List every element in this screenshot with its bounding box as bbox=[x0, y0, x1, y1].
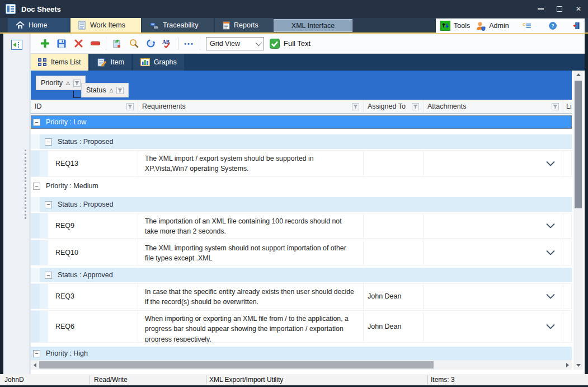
tools-button[interactable]: Tools bbox=[440, 21, 470, 31]
collapse-icon[interactable]: − bbox=[45, 272, 52, 279]
grid-rows: − Priority : Low − Status : Proposed REQ… bbox=[31, 114, 572, 360]
table-row-req3[interactable]: REQ3 In case that the specific entity al… bbox=[31, 283, 572, 309]
indent-strip bbox=[31, 150, 40, 177]
sort-ascending-icon[interactable]: △ bbox=[109, 87, 113, 93]
group-chip-connector bbox=[73, 91, 81, 98]
delete-button[interactable] bbox=[70, 36, 87, 52]
full-text-toggle[interactable]: Full Text bbox=[270, 39, 311, 49]
panel-toggle-button[interactable] bbox=[11, 40, 22, 50]
toolbar-separator bbox=[106, 38, 106, 50]
group-row-priority-medium[interactable]: − Priority : Medium bbox=[31, 179, 572, 193]
indent-strip bbox=[31, 268, 40, 282]
tab-graphs[interactable]: Graphs bbox=[133, 54, 184, 71]
cell-requirement: The importation of an XML file containin… bbox=[138, 213, 364, 239]
group-row-label: Priority : Medium bbox=[46, 182, 98, 190]
tab-home[interactable]: Home bbox=[8, 18, 69, 32]
row-expand-chevron-icon[interactable] bbox=[546, 223, 555, 229]
scroll-right-arrow[interactable] bbox=[563, 360, 572, 370]
scroll-left-arrow[interactable] bbox=[31, 360, 39, 370]
filter-icon[interactable] bbox=[126, 103, 134, 110]
xml-interface-button[interactable]: XML Interface bbox=[274, 19, 352, 32]
collapse-icon[interactable]: − bbox=[45, 138, 52, 146]
group-row-label: Priority : High bbox=[46, 349, 88, 357]
cell-assigned-to bbox=[364, 240, 424, 265]
cell-links bbox=[563, 310, 572, 343]
filter-icon[interactable] bbox=[116, 87, 124, 94]
horizontal-scrollbar[interactable] bbox=[31, 360, 572, 370]
column-header-attachments[interactable]: Attachments bbox=[424, 100, 563, 113]
group-row-priority-high[interactable]: − Priority : High bbox=[31, 347, 572, 360]
indent-strip bbox=[31, 310, 40, 343]
row-expand-chevron-icon[interactable] bbox=[546, 161, 555, 166]
remove-button[interactable] bbox=[87, 36, 104, 52]
collapse-icon[interactable]: − bbox=[33, 183, 40, 190]
exit-icon[interactable] bbox=[572, 21, 580, 31]
tab-traceability[interactable]: Traceability bbox=[142, 18, 214, 32]
row-expand-chevron-icon[interactable] bbox=[546, 250, 555, 255]
filter-icon[interactable] bbox=[552, 103, 559, 110]
search-button[interactable] bbox=[125, 36, 142, 52]
minimize-button[interactable] bbox=[531, 0, 550, 18]
add-item-button[interactable] bbox=[36, 36, 53, 52]
scroll-down-arrow[interactable] bbox=[573, 361, 583, 370]
help-icon[interactable]: ? bbox=[549, 20, 557, 31]
vertical-scrollbar-thumb[interactable] bbox=[575, 81, 582, 208]
scroll-up-arrow[interactable] bbox=[573, 71, 583, 79]
column-header-links[interactable]: Li bbox=[563, 100, 572, 113]
reports-icon bbox=[223, 21, 230, 30]
row-expand-chevron-icon[interactable] bbox=[546, 294, 555, 299]
view-mode-select[interactable]: Grid View bbox=[206, 37, 264, 50]
quick-access-strip: Tools Admin ? bbox=[436, 18, 585, 33]
column-header-requirements[interactable]: Requirements bbox=[138, 100, 364, 113]
row-expand-chevron-icon[interactable] bbox=[546, 324, 555, 329]
filter-icon[interactable] bbox=[352, 103, 359, 110]
cell-links bbox=[563, 150, 572, 177]
splitter-drag-handle[interactable] bbox=[25, 150, 26, 219]
export-page-icon bbox=[112, 39, 121, 48]
table-row-req6[interactable]: REQ6 When importing or exporting an XML … bbox=[31, 310, 572, 343]
tab-item[interactable]: Item bbox=[90, 54, 131, 71]
column-header-id[interactable]: ID bbox=[31, 100, 138, 113]
tab-items-list[interactable]: Items List bbox=[31, 54, 88, 71]
group-row-status-proposed[interactable]: − Status : Proposed bbox=[31, 134, 572, 149]
group-chip-status[interactable]: Status △ bbox=[81, 83, 129, 97]
close-button[interactable]: ✕ bbox=[569, 0, 588, 18]
tab-reports[interactable]: Reports bbox=[215, 18, 273, 32]
tools-icon bbox=[440, 21, 450, 31]
spell-check-button[interactable]: AB bbox=[159, 36, 176, 52]
collapse-icon[interactable]: − bbox=[33, 350, 40, 357]
group-row-status-approved[interactable]: − Status : Approved bbox=[31, 268, 572, 282]
table-row-req9[interactable]: REQ9 The importation of an XML file cont… bbox=[31, 213, 572, 239]
task-list-icon[interactable] bbox=[523, 22, 531, 30]
column-header-assigned-to[interactable]: Assigned To bbox=[364, 100, 424, 113]
admin-button[interactable]: Admin bbox=[476, 21, 509, 31]
maximize-button[interactable] bbox=[550, 0, 569, 18]
tab-items-list-label: Items List bbox=[51, 58, 81, 66]
table-row-req13[interactable]: REQ13 The XML import / export system sho… bbox=[31, 150, 572, 177]
title-bar: Doc Sheets ✕ bbox=[0, 0, 588, 18]
filter-icon[interactable] bbox=[412, 103, 419, 110]
group-row-status-proposed[interactable]: − Status : Proposed bbox=[31, 197, 572, 212]
work-items-icon bbox=[78, 21, 86, 30]
vertical-scrollbar[interactable] bbox=[573, 71, 583, 370]
save-button[interactable] bbox=[53, 36, 70, 52]
minus-icon bbox=[91, 41, 100, 45]
filter-icon[interactable] bbox=[73, 80, 81, 87]
scroll-left-icon bbox=[34, 363, 36, 367]
horizontal-scrollbar-thumb[interactable] bbox=[39, 361, 434, 369]
export-button[interactable] bbox=[109, 36, 125, 52]
collapse-icon[interactable]: − bbox=[33, 119, 40, 126]
column-header-requirements-label: Requirements bbox=[142, 102, 186, 110]
status-access-mode: Read/Write bbox=[94, 374, 128, 385]
group-chip-priority[interactable]: Priority △ bbox=[36, 76, 86, 90]
tab-work-items[interactable]: Work Items bbox=[70, 18, 141, 32]
sort-ascending-icon[interactable]: △ bbox=[66, 80, 70, 86]
refresh-button[interactable] bbox=[142, 36, 159, 52]
group-row-label: Priority : Low bbox=[46, 118, 86, 126]
group-row-priority-low[interactable]: − Priority : Low bbox=[31, 115, 572, 129]
cell-id: REQ6 bbox=[48, 310, 138, 343]
cell-attachments bbox=[424, 150, 563, 177]
collapse-icon[interactable]: − bbox=[45, 201, 52, 208]
more-tools-button[interactable]: ••• bbox=[181, 36, 197, 52]
table-row-req10[interactable]: REQ10 The XML importing system should no… bbox=[31, 240, 572, 265]
